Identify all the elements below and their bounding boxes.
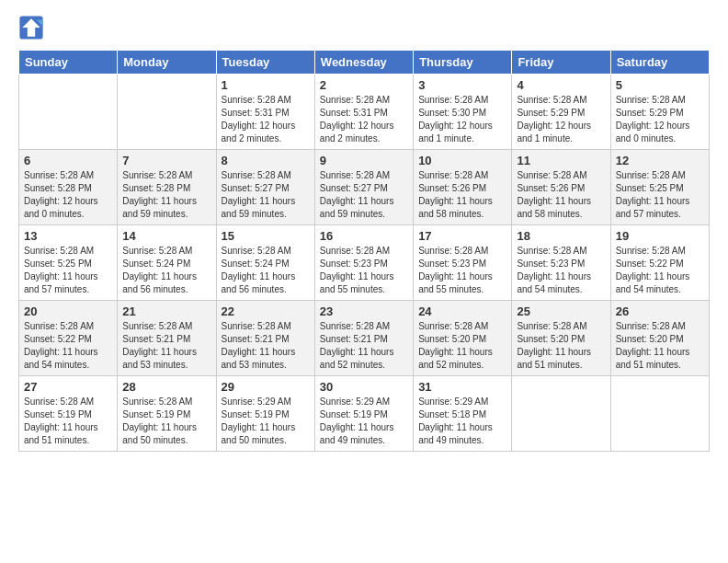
cell-content: Sunrise: 5:28 AMSunset: 5:23 PMDaylight:… [418, 245, 506, 296]
calendar-cell: 5Sunrise: 5:28 AMSunset: 5:29 PMDaylight… [610, 75, 709, 150]
cell-content: Sunrise: 5:28 AMSunset: 5:20 PMDaylight:… [517, 320, 605, 372]
calendar-cell: 30Sunrise: 5:29 AMSunset: 5:19 PMDayligh… [314, 376, 413, 452]
day-number: 16 [320, 229, 408, 243]
cell-content: Sunrise: 5:28 AMSunset: 5:31 PMDaylight:… [222, 94, 310, 145]
cell-content: Sunrise: 5:28 AMSunset: 5:29 PMDaylight:… [517, 94, 605, 145]
cell-content: Sunrise: 5:28 AMSunset: 5:28 PMDaylight:… [122, 169, 210, 221]
cell-content: Sunrise: 5:28 AMSunset: 5:26 PMDaylight:… [517, 169, 605, 221]
calendar-cell: 3Sunrise: 5:28 AMSunset: 5:30 PMDaylight… [414, 75, 512, 150]
cell-content: Sunrise: 5:28 AMSunset: 5:20 PMDaylight:… [616, 320, 704, 372]
cell-content: Sunrise: 5:29 AMSunset: 5:18 PMDaylight:… [418, 396, 506, 447]
calendar-header: SundayMondayTuesdayWednesdayThursdayFrid… [19, 51, 710, 75]
day-number: 20 [24, 304, 112, 318]
calendar-cell: 14Sunrise: 5:28 AMSunset: 5:24 PMDayligh… [118, 225, 216, 301]
day-number: 2 [320, 78, 408, 92]
calendar-cell: 7Sunrise: 5:28 AMSunset: 5:28 PMDaylight… [118, 150, 216, 225]
day-number: 8 [222, 154, 310, 167]
day-number: 21 [122, 304, 210, 318]
calendar-cell: 15Sunrise: 5:28 AMSunset: 5:24 PMDayligh… [216, 225, 314, 301]
calendar-cell [610, 376, 709, 452]
calendar-cell: 22Sunrise: 5:28 AMSunset: 5:21 PMDayligh… [216, 301, 314, 376]
day-number: 1 [222, 78, 310, 92]
cell-content: Sunrise: 5:28 AMSunset: 5:27 PMDaylight:… [222, 169, 310, 221]
cell-content: Sunrise: 5:28 AMSunset: 5:22 PMDaylight:… [616, 245, 704, 296]
day-number: 28 [122, 380, 210, 394]
calendar-cell: 24Sunrise: 5:28 AMSunset: 5:20 PMDayligh… [414, 301, 512, 376]
cell-content: Sunrise: 5:28 AMSunset: 5:31 PMDaylight:… [320, 94, 408, 145]
day-number: 19 [616, 229, 704, 243]
cell-content: Sunrise: 5:28 AMSunset: 5:23 PMDaylight:… [517, 245, 605, 296]
cell-content: Sunrise: 5:28 AMSunset: 5:24 PMDaylight:… [122, 245, 210, 296]
day-number: 17 [418, 229, 506, 243]
cell-content: Sunrise: 5:28 AMSunset: 5:28 PMDaylight:… [24, 169, 112, 221]
calendar-cell [512, 376, 610, 452]
cell-content: Sunrise: 5:28 AMSunset: 5:21 PMDaylight:… [320, 320, 408, 372]
day-number: 22 [222, 304, 310, 318]
calendar-cell: 31Sunrise: 5:29 AMSunset: 5:18 PMDayligh… [414, 376, 512, 452]
cell-content: Sunrise: 5:28 AMSunset: 5:23 PMDaylight:… [320, 245, 408, 296]
week-row-3: 13Sunrise: 5:28 AMSunset: 5:25 PMDayligh… [19, 225, 710, 301]
calendar-cell: 25Sunrise: 5:28 AMSunset: 5:20 PMDayligh… [512, 301, 610, 376]
calendar-cell: 4Sunrise: 5:28 AMSunset: 5:29 PMDaylight… [512, 75, 610, 150]
calendar-cell: 16Sunrise: 5:28 AMSunset: 5:23 PMDayligh… [314, 225, 413, 301]
cell-content: Sunrise: 5:29 AMSunset: 5:19 PMDaylight:… [222, 396, 310, 447]
calendar-cell: 26Sunrise: 5:28 AMSunset: 5:20 PMDayligh… [610, 301, 709, 376]
day-number: 10 [418, 154, 506, 167]
calendar-cell: 21Sunrise: 5:28 AMSunset: 5:21 PMDayligh… [118, 301, 216, 376]
day-number: 27 [24, 380, 112, 394]
column-header-friday: Friday [512, 51, 610, 75]
day-number: 12 [616, 154, 704, 167]
header-row: SundayMondayTuesdayWednesdayThursdayFrid… [19, 51, 710, 75]
column-header-thursday: Thursday [414, 51, 512, 75]
day-number: 9 [320, 154, 408, 167]
week-row-4: 20Sunrise: 5:28 AMSunset: 5:22 PMDayligh… [19, 301, 710, 376]
calendar-cell: 19Sunrise: 5:28 AMSunset: 5:22 PMDayligh… [610, 225, 709, 301]
day-number: 13 [24, 229, 112, 243]
calendar-cell: 18Sunrise: 5:28 AMSunset: 5:23 PMDayligh… [512, 225, 610, 301]
week-row-1: 1Sunrise: 5:28 AMSunset: 5:31 PMDaylight… [19, 75, 710, 150]
cell-content: Sunrise: 5:28 AMSunset: 5:24 PMDaylight:… [222, 245, 310, 296]
day-number: 7 [122, 154, 210, 167]
calendar-cell: 12Sunrise: 5:28 AMSunset: 5:25 PMDayligh… [610, 150, 709, 225]
cell-content: Sunrise: 5:28 AMSunset: 5:25 PMDaylight:… [616, 169, 704, 221]
cell-content: Sunrise: 5:28 AMSunset: 5:20 PMDaylight:… [418, 320, 506, 372]
calendar-cell [118, 75, 216, 150]
calendar-cell: 2Sunrise: 5:28 AMSunset: 5:31 PMDaylight… [314, 75, 413, 150]
calendar-cell: 28Sunrise: 5:28 AMSunset: 5:19 PMDayligh… [118, 376, 216, 452]
day-number: 18 [517, 229, 605, 243]
cell-content: Sunrise: 5:28 AMSunset: 5:21 PMDaylight:… [122, 320, 210, 372]
calendar-cell: 1Sunrise: 5:28 AMSunset: 5:31 PMDaylight… [216, 75, 314, 150]
day-number: 26 [616, 304, 704, 318]
header [18, 15, 710, 40]
calendar-cell: 9Sunrise: 5:28 AMSunset: 5:27 PMDaylight… [314, 150, 413, 225]
cell-content: Sunrise: 5:28 AMSunset: 5:25 PMDaylight:… [24, 245, 112, 296]
day-number: 4 [517, 78, 605, 92]
day-number: 31 [418, 380, 506, 394]
week-row-2: 6Sunrise: 5:28 AMSunset: 5:28 PMDaylight… [19, 150, 710, 225]
column-header-sunday: Sunday [19, 51, 118, 75]
logo-icon [18, 15, 44, 40]
calendar-cell: 23Sunrise: 5:28 AMSunset: 5:21 PMDayligh… [314, 301, 413, 376]
cell-content: Sunrise: 5:29 AMSunset: 5:19 PMDaylight:… [320, 396, 408, 447]
column-header-tuesday: Tuesday [216, 51, 314, 75]
calendar-cell: 29Sunrise: 5:29 AMSunset: 5:19 PMDayligh… [216, 376, 314, 452]
calendar-cell: 6Sunrise: 5:28 AMSunset: 5:28 PMDaylight… [19, 150, 118, 225]
calendar-cell: 11Sunrise: 5:28 AMSunset: 5:26 PMDayligh… [512, 150, 610, 225]
calendar-body: 1Sunrise: 5:28 AMSunset: 5:31 PMDaylight… [19, 75, 710, 452]
day-number: 24 [418, 304, 506, 318]
cell-content: Sunrise: 5:28 AMSunset: 5:21 PMDaylight:… [222, 320, 310, 372]
page: SundayMondayTuesdayWednesdayThursdayFrid… [0, 0, 728, 563]
cell-content: Sunrise: 5:28 AMSunset: 5:19 PMDaylight:… [122, 396, 210, 447]
day-number: 5 [616, 78, 704, 92]
day-number: 25 [517, 304, 605, 318]
day-number: 15 [222, 229, 310, 243]
logo [18, 15, 48, 40]
cell-content: Sunrise: 5:28 AMSunset: 5:27 PMDaylight:… [320, 169, 408, 221]
calendar-table: SundayMondayTuesdayWednesdayThursdayFrid… [18, 50, 710, 452]
cell-content: Sunrise: 5:28 AMSunset: 5:19 PMDaylight:… [24, 396, 112, 447]
cell-content: Sunrise: 5:28 AMSunset: 5:29 PMDaylight:… [616, 94, 704, 145]
calendar-cell [19, 75, 118, 150]
calendar-cell: 8Sunrise: 5:28 AMSunset: 5:27 PMDaylight… [216, 150, 314, 225]
week-row-5: 27Sunrise: 5:28 AMSunset: 5:19 PMDayligh… [19, 376, 710, 452]
cell-content: Sunrise: 5:28 AMSunset: 5:30 PMDaylight:… [418, 94, 506, 145]
